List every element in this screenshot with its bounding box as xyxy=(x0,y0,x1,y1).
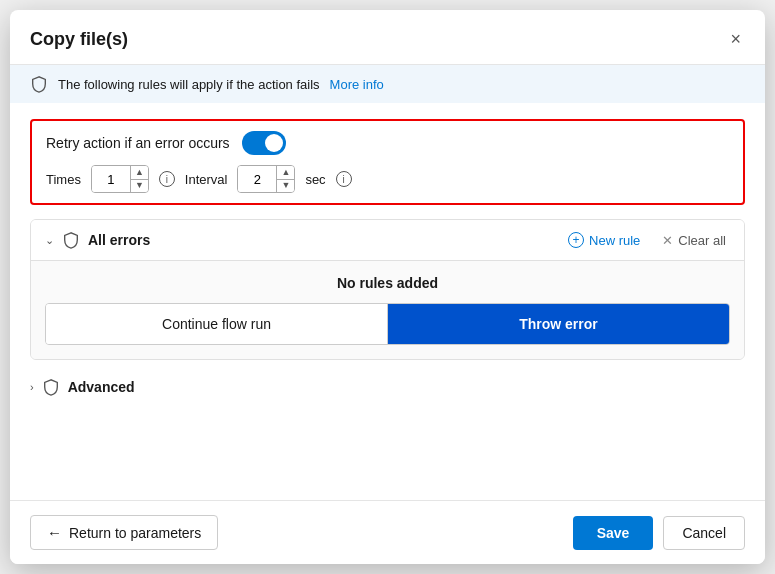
shield-icon-advanced xyxy=(42,378,60,396)
interval-unit: sec xyxy=(305,172,325,187)
retry-section: Retry action if an error occurs Times ▲ … xyxy=(30,119,745,205)
times-spinner[interactable]: ▲ ▼ xyxy=(91,165,149,193)
errors-header-left: ⌄ All errors xyxy=(45,231,150,249)
interval-label: Interval xyxy=(185,172,228,187)
times-info-icon[interactable]: i xyxy=(159,171,175,187)
advanced-label: Advanced xyxy=(68,379,135,395)
times-row: Times ▲ ▼ i Interval ▲ ▼ s xyxy=(46,165,729,193)
dialog-header: Copy file(s) × xyxy=(10,10,765,65)
save-button[interactable]: Save xyxy=(573,516,654,550)
times-input[interactable] xyxy=(92,166,130,192)
info-banner-text: The following rules will apply if the ac… xyxy=(58,77,320,92)
return-label: Return to parameters xyxy=(69,525,201,541)
interval-spinner[interactable]: ▲ ▼ xyxy=(237,165,295,193)
times-decrement-button[interactable]: ▼ xyxy=(131,180,148,193)
shield-icon-errors xyxy=(62,231,80,249)
retry-toggle[interactable] xyxy=(242,131,286,155)
times-spinner-buttons: ▲ ▼ xyxy=(130,166,148,192)
new-rule-label: New rule xyxy=(589,233,640,248)
throw-error-button[interactable]: Throw error xyxy=(388,304,729,344)
errors-header: ⌄ All errors + New rule ✕ Clear all xyxy=(31,220,744,260)
x-icon: ✕ xyxy=(662,233,673,248)
close-button[interactable]: × xyxy=(726,26,745,52)
plus-icon: + xyxy=(568,232,584,248)
clear-all-label: Clear all xyxy=(678,233,726,248)
advanced-section[interactable]: › Advanced xyxy=(30,374,745,400)
retry-row: Retry action if an error occurs xyxy=(46,131,729,155)
footer-right: Save Cancel xyxy=(573,516,745,550)
arrow-left-icon: ← xyxy=(47,524,62,541)
interval-info-icon[interactable]: i xyxy=(336,171,352,187)
copy-files-dialog: Copy file(s) × The following rules will … xyxy=(10,10,765,564)
errors-body: No rules added Continue flow run Throw e… xyxy=(31,260,744,359)
dialog-title: Copy file(s) xyxy=(30,29,128,50)
times-increment-button[interactable]: ▲ xyxy=(131,166,148,180)
times-label: Times xyxy=(46,172,81,187)
retry-label: Retry action if an error occurs xyxy=(46,135,230,151)
interval-input[interactable] xyxy=(238,166,276,192)
dialog-footer: ← Return to parameters Save Cancel xyxy=(10,500,765,564)
cancel-button[interactable]: Cancel xyxy=(663,516,745,550)
chevron-right-icon: › xyxy=(30,381,34,393)
more-info-link[interactable]: More info xyxy=(330,77,384,92)
interval-spinner-buttons: ▲ ▼ xyxy=(276,166,294,192)
continue-flow-run-button[interactable]: Continue flow run xyxy=(46,304,388,344)
action-buttons-row: Continue flow run Throw error xyxy=(45,303,730,345)
new-rule-button[interactable]: + New rule xyxy=(564,230,644,250)
chevron-down-icon[interactable]: ⌄ xyxy=(45,234,54,247)
errors-title: All errors xyxy=(88,232,150,248)
clear-all-button[interactable]: ✕ Clear all xyxy=(658,231,730,250)
interval-increment-button[interactable]: ▲ xyxy=(277,166,294,180)
errors-header-right: + New rule ✕ Clear all xyxy=(564,230,730,250)
dialog-body: Retry action if an error occurs Times ▲ … xyxy=(10,103,765,500)
shield-icon xyxy=(30,75,48,93)
errors-section: ⌄ All errors + New rule ✕ Clear all xyxy=(30,219,745,360)
no-rules-text: No rules added xyxy=(45,275,730,291)
return-to-parameters-button[interactable]: ← Return to parameters xyxy=(30,515,218,550)
interval-decrement-button[interactable]: ▼ xyxy=(277,180,294,193)
info-banner: The following rules will apply if the ac… xyxy=(10,65,765,103)
